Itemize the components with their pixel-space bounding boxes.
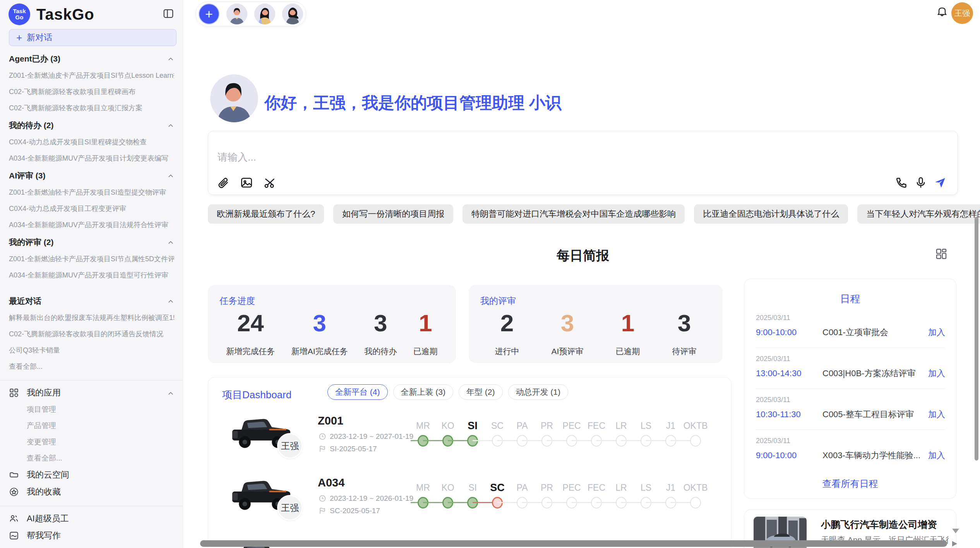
- sidebar-scroll-area[interactable]: Agent已办 (3) Z001-全新燃油皮卡产品开发项目SI节点Lesson …: [0, 50, 183, 548]
- project-row-A034[interactable]: 王强A0342023-12-19 ~ 2026-01-19SC-2025-05-…: [208, 470, 732, 531]
- app-title: TaskGo: [36, 6, 94, 23]
- my-review-list: Z001-全新燃油轻卡产品开发项目SI节点属性5D文件评审A034-全新新能源M…: [9, 251, 174, 283]
- list-item[interactable]: C02-飞腾新能源轻客改款项目立项汇报方案: [9, 100, 174, 116]
- flag-icon: [319, 507, 326, 515]
- scissors-icon[interactable]: [263, 176, 276, 189]
- list-item[interactable]: 特朗普可能对进口汽车增税会对中国车企造成哪些影响: [463, 204, 685, 224]
- list-item[interactable]: Z001-全新燃油皮卡产品开发项目SI节点Lesson Learn报告: [9, 67, 174, 84]
- list-item[interactable]: C02-飞腾新能源轻客改款项目里程碑画布: [9, 84, 174, 100]
- scroll-down-arrow-icon[interactable]: [952, 529, 959, 533]
- list-item[interactable]: Z001-全新燃油轻卡产品开发项目SI节点属性5D文件评审: [9, 251, 174, 267]
- event-name: X003-车辆动力学性能验...: [822, 450, 928, 461]
- milestone-dot-OKTB[interactable]: [690, 435, 701, 447]
- dashboard-tab-0[interactable]: 全新平台 (4): [327, 384, 388, 400]
- apps-list: 项目管理产品管理变更管理: [9, 401, 174, 450]
- sidebar-item-favorites[interactable]: 我的收藏: [9, 483, 174, 500]
- section-header-my-todo[interactable]: 我的待办 (2): [9, 117, 174, 134]
- section-header-agent-done[interactable]: Agent已办 (3): [9, 50, 174, 67]
- recent-view-all[interactable]: 查看全部...: [9, 358, 174, 375]
- chevron-up-icon[interactable]: [167, 55, 174, 62]
- list-item[interactable]: 变更管理: [9, 434, 174, 450]
- list-item[interactable]: A034-全新新能源MUV产品开发项目法规符合性评审: [9, 217, 174, 233]
- grid-icon: [9, 388, 19, 398]
- milestone-label-SI: SI: [460, 481, 485, 494]
- chevron-up-icon[interactable]: [167, 298, 174, 305]
- project-row-Z001[interactable]: 王强Z0012023-12-19 ~ 2027-01-19SI-2025-05-…: [208, 408, 732, 469]
- taskgo-logo-icon: Task Go: [9, 3, 30, 25]
- list-item[interactable]: C0X4-动力总成开发项目SI里程碑提交物检查: [9, 134, 174, 150]
- phone-icon[interactable]: [895, 176, 908, 189]
- milestone-label-J1: J1: [658, 481, 683, 494]
- view-all-schedule-link[interactable]: 查看所有日程: [744, 478, 956, 490]
- microphone-icon[interactable]: [914, 176, 927, 189]
- list-item[interactable]: C0X4-动力总成开发项目工程变更评审: [9, 200, 174, 217]
- schedule-card: 日程 2025/03/119:00-10:00C001-立项审批会加入2025/…: [744, 279, 956, 499]
- schedule-event: 2025/03/1113:00-14:30C003|H0B-方案冻结评审加入: [756, 355, 945, 389]
- recent-list: 解释最新出台的欧盟报废车法规再生塑料比例被调至15%...C02-飞腾新能源轻客…: [9, 310, 174, 358]
- cloud-folder-icon: [9, 470, 19, 480]
- schedule-events: 2025/03/119:00-10:00C001-立项审批会加入2025/03/…: [756, 314, 945, 461]
- session-avatar-2[interactable]: [254, 3, 275, 24]
- list-item[interactable]: 比亚迪全固态电池计划具体说了什么: [694, 204, 848, 224]
- milestone-dot-OKTB[interactable]: [690, 497, 701, 509]
- section-header-my-review[interactable]: 我的评审 (2): [9, 234, 174, 251]
- chevron-up-icon[interactable]: [167, 172, 174, 179]
- chevron-up-icon[interactable]: [167, 389, 174, 396]
- dashboard-tab-3[interactable]: 动总开发 (1): [508, 384, 569, 400]
- sidebar-item-ai-super-staff[interactable]: AI超级员工: [9, 510, 174, 527]
- list-item[interactable]: A034-全新新能源MUV产品开发项目造型可行性评审: [9, 267, 174, 283]
- join-link[interactable]: 加入: [928, 368, 945, 379]
- user-avatar[interactable]: 王强: [951, 2, 973, 24]
- project-dashboard-card: 项目Dashboard 全新平台 (4)全新上装 (3)年型 (2)动总开发 (…: [208, 377, 732, 548]
- dashboard-tab-1[interactable]: 全新上装 (3): [393, 384, 454, 400]
- apps-view-all[interactable]: 查看全部...: [9, 450, 174, 466]
- join-link[interactable]: 加入: [928, 450, 945, 461]
- milestone-label-OKTB: OKTB: [683, 419, 708, 432]
- layout-grid-icon[interactable]: [935, 248, 947, 260]
- stat-new-done: 24新增完成任务: [226, 309, 275, 357]
- sidebar-item-help-write[interactable]: 帮我写作: [9, 527, 174, 544]
- list-item[interactable]: 如何写一份清晰的项目周报: [333, 204, 453, 224]
- list-item[interactable]: 公司Q3轻卡销量: [9, 342, 174, 358]
- chat-input-box[interactable]: 请输入...: [208, 131, 958, 195]
- sidebar-item-cloud-space[interactable]: 我的云空间: [9, 466, 174, 483]
- list-item[interactable]: Z001-全新燃油轻卡产品开发项目SI造型提交物评审: [9, 184, 174, 200]
- list-item[interactable]: C02-飞腾新能源轻客改款项目的闭环通告反馈情况: [9, 326, 174, 342]
- stat-overdue: 1已逾期: [615, 309, 640, 357]
- new-session-button[interactable]: +: [199, 3, 219, 24]
- list-item[interactable]: 产品管理: [9, 418, 174, 434]
- session-avatar-1[interactable]: [226, 3, 247, 24]
- milestone-label-LR: LR: [609, 481, 634, 494]
- logo-text-bottom: Go: [15, 14, 24, 21]
- sidebar-item-my-apps[interactable]: 我的应用: [9, 384, 174, 401]
- list-item[interactable]: 项目管理: [9, 401, 174, 418]
- list-item[interactable]: A034-全新新能源MUV产品开发项目计划变更表编写: [9, 150, 174, 166]
- join-link[interactable]: 加入: [928, 327, 945, 338]
- list-item[interactable]: 当下年轻人对汽车外观有怎样的喜好趋势: [857, 204, 980, 224]
- section-header-recent[interactable]: 最近对话: [9, 293, 174, 310]
- dashboard-tab-2[interactable]: 年型 (2): [459, 384, 503, 400]
- project-id: Z001: [318, 414, 343, 427]
- scroll-right-arrow-icon[interactable]: [952, 541, 957, 546]
- horizontal-scrollbar[interactable]: [200, 540, 947, 547]
- chevron-up-icon[interactable]: [167, 239, 174, 246]
- join-link[interactable]: 加入: [928, 409, 945, 420]
- new-chat-button[interactable]: + 新对话: [9, 29, 176, 46]
- sidebar-item-creative-draw[interactable]: 创意制图: [9, 544, 174, 548]
- list-item[interactable]: 欧洲新规最近颁布了什么?: [208, 204, 324, 224]
- sidebar-collapse-icon[interactable]: [163, 8, 174, 19]
- section-header-ai-review[interactable]: AI评审 (3): [9, 167, 174, 184]
- schedule-event: 2025/03/119:00-10:00C001-立项审批会加入: [756, 314, 945, 348]
- session-avatar-3[interactable]: [282, 3, 303, 24]
- notification-bell-icon[interactable]: [936, 5, 948, 18]
- project-owner-badge: 王强: [277, 495, 303, 521]
- project-date-range: 2023-12-19 ~ 2027-01-19: [319, 432, 413, 441]
- list-item[interactable]: 解释最新出台的欧盟报废车法规再生塑料比例被调至15%...: [9, 310, 174, 326]
- image-icon[interactable]: [240, 176, 253, 189]
- greeting-text: 你好，王强，我是你的项目管理助理 小识: [264, 92, 562, 114]
- send-icon[interactable]: [934, 176, 947, 189]
- paperclip-icon[interactable]: [217, 176, 230, 189]
- vertical-scrollbar[interactable]: [975, 217, 978, 461]
- chevron-up-icon[interactable]: [167, 122, 174, 129]
- event-date: 2025/03/11: [756, 355, 945, 363]
